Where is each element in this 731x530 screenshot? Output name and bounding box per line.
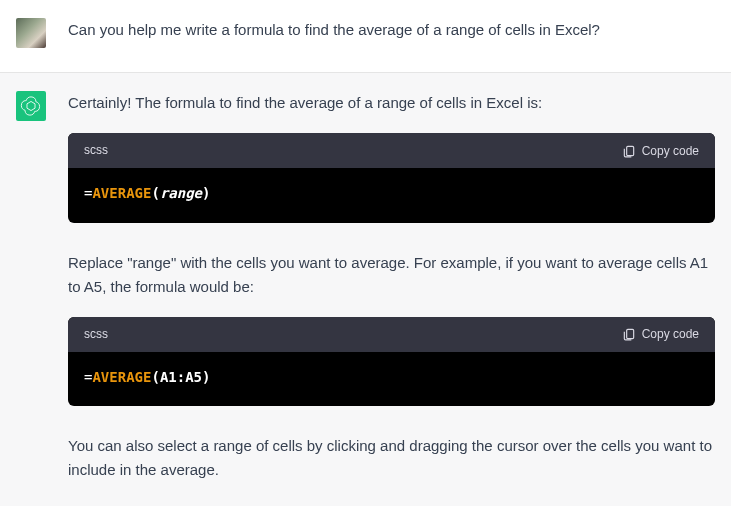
svg-rect-1 [626,146,633,155]
clipboard-icon [622,327,636,341]
copy-code-button[interactable]: Copy code [622,327,699,341]
code-tok-func: AVERAGE [92,369,151,385]
copy-code-button[interactable]: Copy code [622,144,699,158]
code-tok-func: AVERAGE [92,185,151,201]
code-content: =AVERAGE(A1:A5) [68,352,715,406]
svg-rect-2 [626,330,633,339]
assistant-paragraph-2: Replace "range" with the cells you want … [68,251,715,299]
user-message-body: Can you help me write a formula to find … [68,18,715,48]
code-tok-open: ( [151,369,159,385]
user-avatar [16,18,46,48]
code-tok-open: ( [151,185,159,201]
code-header: scss Copy code [68,133,715,168]
code-lang-label: scss [84,325,108,344]
code-tok-close: ) [202,369,210,385]
svg-marker-0 [27,101,35,110]
code-block-2: scss Copy code =AVERAGE(A1:A5) [68,317,715,407]
assistant-message-body: Certainly! The formula to find the avera… [68,91,715,482]
user-message-row: Can you help me write a formula to find … [0,0,731,73]
code-tok-arg: range [160,185,202,201]
assistant-avatar [16,91,46,121]
clipboard-icon [622,144,636,158]
assistant-paragraph-3: You can also select a range of cells by … [68,434,715,482]
copy-code-label: Copy code [642,327,699,341]
code-block-1: scss Copy code =AVERAGE(range) [68,133,715,223]
user-text: Can you help me write a formula to find … [68,18,715,42]
code-tok-close: ) [202,185,210,201]
code-content: =AVERAGE(range) [68,168,715,222]
code-lang-label: scss [84,141,108,160]
copy-code-label: Copy code [642,144,699,158]
assistant-message-row: Certainly! The formula to find the avera… [0,73,731,506]
code-tok-arg: A1:A5 [160,369,202,385]
assistant-paragraph-1: Certainly! The formula to find the avera… [68,91,715,115]
openai-logo-icon [20,95,42,117]
code-header: scss Copy code [68,317,715,352]
